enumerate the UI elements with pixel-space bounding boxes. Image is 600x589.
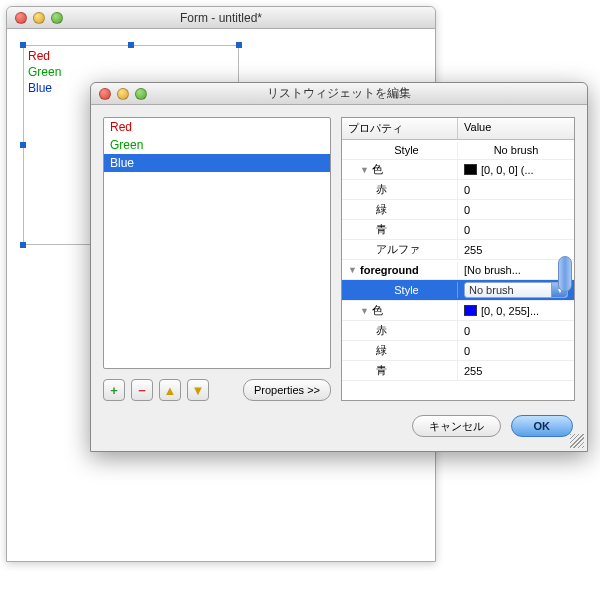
form-title: Form - untitled* bbox=[7, 11, 435, 25]
items-toolbar: + − ▲ ▼ Properties >> bbox=[103, 379, 331, 401]
move-up-button[interactable]: ▲ bbox=[159, 379, 181, 401]
property-row[interactable]: アルファ255 bbox=[342, 240, 574, 260]
property-row[interactable]: 青0 bbox=[342, 220, 574, 240]
properties-header: プロパティ Value bbox=[342, 118, 574, 140]
minimize-icon[interactable] bbox=[33, 12, 45, 24]
close-icon[interactable] bbox=[15, 12, 27, 24]
property-value: 0 bbox=[464, 325, 470, 337]
items-column: Red Green Blue + − ▲ ▼ Properties >> bbox=[103, 117, 331, 401]
close-icon[interactable] bbox=[99, 88, 111, 100]
zoom-icon[interactable] bbox=[51, 12, 63, 24]
list-item[interactable]: Green bbox=[28, 64, 234, 80]
scrollbar-thumb[interactable] bbox=[558, 256, 572, 292]
move-down-button[interactable]: ▼ bbox=[187, 379, 209, 401]
property-key: 緑 bbox=[376, 343, 387, 358]
dialog-buttons: キャンセル OK bbox=[412, 415, 574, 437]
property-row[interactable]: ▼色[0, 0, 0] (... bbox=[342, 160, 574, 180]
property-value: 255 bbox=[464, 365, 482, 377]
property-key: 赤 bbox=[376, 182, 387, 197]
combo-value: No brush bbox=[469, 284, 514, 296]
dialog-title: リストウィジェットを編集 bbox=[91, 85, 587, 102]
dialog-body: Red Green Blue + − ▲ ▼ Properties >> プロパ… bbox=[103, 117, 575, 401]
property-key: Style bbox=[394, 284, 418, 296]
property-value: [0, 0, 0] (... bbox=[481, 164, 534, 176]
property-value: [0, 0, 255]... bbox=[481, 305, 539, 317]
properties-panel: プロパティ Value StyleNo brush▼色[0, 0, 0] (..… bbox=[341, 117, 575, 401]
disclosure-icon[interactable]: ▼ bbox=[348, 265, 358, 275]
resize-grip-icon[interactable] bbox=[570, 434, 584, 448]
remove-button[interactable]: − bbox=[131, 379, 153, 401]
property-value: 0 bbox=[464, 204, 470, 216]
property-row[interactable]: StyleNo brush bbox=[342, 140, 574, 160]
property-value: [No brush... bbox=[464, 264, 521, 276]
property-key: 色 bbox=[372, 303, 383, 318]
edit-list-dialog: リストウィジェットを編集 Red Green Blue + − ▲ ▼ Prop… bbox=[90, 82, 588, 452]
zoom-icon[interactable] bbox=[135, 88, 147, 100]
list-item[interactable]: Green bbox=[104, 136, 330, 154]
style-combo[interactable]: No brush▾ bbox=[464, 282, 568, 298]
property-row[interactable]: StyleNo brush▾ bbox=[342, 280, 574, 301]
property-key: 青 bbox=[376, 363, 387, 378]
property-value: 0 bbox=[464, 184, 470, 196]
cancel-button[interactable]: キャンセル bbox=[412, 415, 501, 437]
dialog-titlebar: リストウィジェットを編集 bbox=[91, 83, 587, 105]
list-item[interactable]: Red bbox=[104, 118, 330, 136]
form-titlebar: Form - untitled* bbox=[7, 7, 435, 29]
color-swatch bbox=[464, 305, 477, 316]
disclosure-icon[interactable]: ▼ bbox=[360, 306, 370, 316]
properties-button[interactable]: Properties >> bbox=[243, 379, 331, 401]
property-value: 0 bbox=[464, 224, 470, 236]
properties-rows: StyleNo brush▼色[0, 0, 0] (...赤0緑0青0アルファ2… bbox=[342, 140, 574, 400]
property-key: Style bbox=[394, 144, 418, 156]
property-value: 0 bbox=[464, 345, 470, 357]
header-property[interactable]: プロパティ bbox=[342, 118, 458, 139]
property-value: 255 bbox=[464, 244, 482, 256]
property-value: No brush bbox=[494, 144, 539, 156]
window-controls bbox=[15, 12, 63, 24]
property-row[interactable]: 緑0 bbox=[342, 341, 574, 361]
window-controls bbox=[99, 88, 147, 100]
property-key: 赤 bbox=[376, 323, 387, 338]
add-button[interactable]: + bbox=[103, 379, 125, 401]
items-list[interactable]: Red Green Blue bbox=[103, 117, 331, 369]
minimize-icon[interactable] bbox=[117, 88, 129, 100]
property-row[interactable]: 赤0 bbox=[342, 321, 574, 341]
property-row[interactable]: ▼foreground[No brush... bbox=[342, 260, 574, 280]
ok-button[interactable]: OK bbox=[511, 415, 574, 437]
property-row[interactable]: 赤0 bbox=[342, 180, 574, 200]
header-value[interactable]: Value bbox=[458, 118, 574, 139]
property-row[interactable]: 緑0 bbox=[342, 200, 574, 220]
property-row[interactable]: 青255 bbox=[342, 361, 574, 381]
property-row[interactable]: ▼色[0, 0, 255]... bbox=[342, 301, 574, 321]
list-item[interactable]: Blue bbox=[104, 154, 330, 172]
disclosure-icon[interactable]: ▼ bbox=[360, 165, 370, 175]
property-key: foreground bbox=[360, 264, 419, 276]
property-key: 緑 bbox=[376, 202, 387, 217]
property-key: 青 bbox=[376, 222, 387, 237]
property-key: アルファ bbox=[376, 242, 420, 257]
color-swatch bbox=[464, 164, 477, 175]
list-item[interactable]: Red bbox=[28, 48, 234, 64]
property-key: 色 bbox=[372, 162, 383, 177]
